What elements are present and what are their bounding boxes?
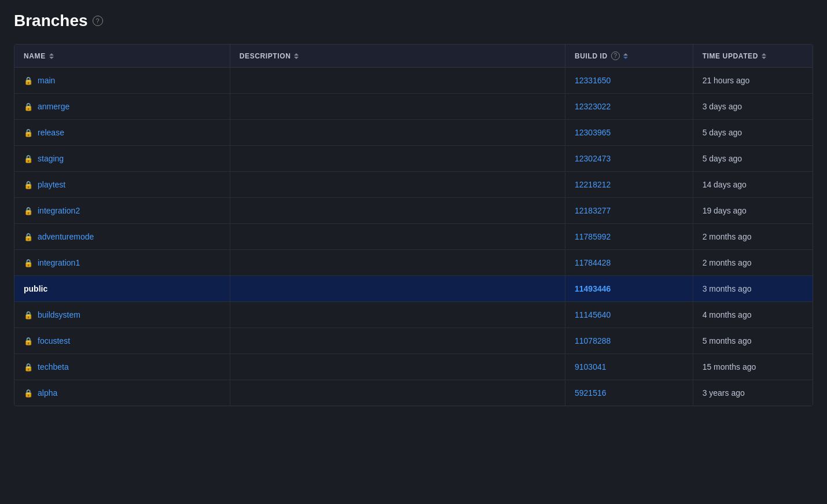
description-cell — [230, 120, 565, 146]
description-cell — [230, 302, 565, 328]
description-cell — [230, 380, 565, 406]
sort-icon-description — [294, 53, 299, 59]
build-id-cell: 5921516 — [565, 380, 693, 406]
build-id-help-icon[interactable]: ? — [611, 51, 620, 60]
name-cell: 🔒 main — [14, 68, 230, 94]
description-cell — [230, 276, 565, 302]
branch-name-link[interactable]: integration2 — [38, 206, 80, 215]
branch-name-link[interactable]: alpha — [38, 388, 57, 398]
page-title: Branches — [14, 12, 88, 30]
table-row: 🔒 anmerge 12323022 3 days ago — [14, 94, 813, 120]
lock-icon: 🔒 — [24, 363, 33, 371]
description-cell — [230, 94, 565, 120]
build-id-link[interactable]: 5921516 — [575, 388, 607, 398]
time-updated-cell: 5 days ago — [693, 120, 813, 146]
table-row: 🔒 release 12303965 5 days ago — [14, 120, 813, 146]
branch-name-link[interactable]: buildsystem — [38, 310, 80, 319]
time-updated-cell: 19 days ago — [693, 198, 813, 224]
lock-icon: 🔒 — [24, 154, 33, 163]
lock-icon: 🔒 — [24, 207, 33, 215]
lock-icon: 🔒 — [24, 233, 33, 241]
time-updated-cell: 15 months ago — [693, 354, 813, 380]
build-id-link[interactable]: 11493446 — [575, 284, 611, 293]
build-id-cell: 9103041 — [565, 354, 693, 380]
table-row: 🔒 buildsystem 11145640 4 months ago — [14, 302, 813, 328]
table-body: 🔒 main 12331650 21 hours ago 🔒 anmerge 1… — [14, 68, 813, 406]
col-header-name[interactable]: NAME — [14, 45, 230, 68]
branch-name-link[interactable]: release — [38, 128, 64, 137]
table-header-row: NAME DESCRIPTION — [14, 45, 813, 68]
branches-table: NAME DESCRIPTION — [14, 45, 813, 406]
table-row: 🔒 adventuremode 11785992 2 months ago — [14, 224, 813, 250]
build-id-link[interactable]: 12218212 — [575, 180, 611, 189]
lock-icon: 🔒 — [24, 76, 33, 85]
col-header-time-updated[interactable]: TIME UPDATED — [693, 45, 813, 68]
sort-icon-build-id — [623, 53, 628, 59]
table-row: 🔒 staging 12302473 5 days ago — [14, 146, 813, 172]
build-id-link[interactable]: 12331650 — [575, 76, 611, 85]
build-id-link[interactable]: 12303965 — [575, 128, 611, 137]
branch-name-link[interactable]: main — [38, 76, 55, 85]
description-cell — [230, 328, 565, 354]
description-cell — [230, 224, 565, 250]
table-row: 🔒 alpha 5921516 3 years ago — [14, 380, 813, 406]
table-row: 🔒 integration2 12183277 19 days ago — [14, 198, 813, 224]
branch-name-link[interactable]: staging — [38, 154, 64, 163]
description-cell — [230, 146, 565, 172]
name-cell: 🔒 playtest — [14, 172, 230, 198]
table-row: 🔒 focustest 11078288 5 months ago — [14, 328, 813, 354]
time-updated-cell: 3 months ago — [693, 276, 813, 302]
build-id-link[interactable]: 12323022 — [575, 102, 611, 111]
lock-icon: 🔒 — [24, 259, 33, 267]
table-row: 🔒 main 12331650 21 hours ago — [14, 68, 813, 94]
build-id-cell: 12303965 — [565, 120, 693, 146]
build-id-link[interactable]: 12183277 — [575, 206, 611, 215]
build-id-link[interactable]: 11785992 — [575, 232, 611, 241]
lock-icon: 🔒 — [24, 102, 33, 111]
time-updated-cell: 2 months ago — [693, 250, 813, 276]
lock-icon: 🔒 — [24, 181, 33, 189]
name-cell: 🔒 staging — [14, 146, 230, 172]
table-row: 🔒 techbeta 9103041 15 months ago — [14, 354, 813, 380]
col-header-build-id[interactable]: BUILD ID ? — [565, 45, 693, 68]
build-id-cell: 12302473 — [565, 146, 693, 172]
branch-name-link[interactable]: integration1 — [38, 258, 80, 267]
branch-name-link[interactable]: playtest — [38, 180, 65, 189]
time-updated-cell: 14 days ago — [693, 172, 813, 198]
build-id-cell: 12218212 — [565, 172, 693, 198]
name-cell: 🔒 adventuremode — [14, 224, 230, 250]
branch-name-link[interactable]: anmerge — [38, 102, 69, 111]
lock-icon: 🔒 — [24, 128, 33, 137]
table-row: public 11493446 3 months ago — [14, 276, 813, 302]
col-header-description[interactable]: DESCRIPTION — [230, 45, 565, 68]
time-updated-cell: 4 months ago — [693, 302, 813, 328]
lock-icon: 🔒 — [24, 311, 33, 319]
time-updated-cell: 5 days ago — [693, 146, 813, 172]
build-id-link[interactable]: 12302473 — [575, 154, 611, 163]
page-header: Branches ? — [14, 12, 813, 30]
description-cell — [230, 354, 565, 380]
branch-name-link[interactable]: focustest — [38, 336, 70, 345]
build-id-link[interactable]: 11078288 — [575, 336, 611, 345]
build-id-link[interactable]: 11784428 — [575, 258, 611, 267]
branch-name-link[interactable]: techbeta — [38, 362, 69, 371]
description-cell — [230, 198, 565, 224]
sort-icon-time-updated — [762, 53, 766, 59]
name-cell: 🔒 buildsystem — [14, 302, 230, 328]
name-cell: 🔒 integration2 — [14, 198, 230, 224]
help-icon[interactable]: ? — [93, 16, 103, 26]
build-id-cell: 11078288 — [565, 328, 693, 354]
table-row: 🔒 playtest 12218212 14 days ago — [14, 172, 813, 198]
build-id-link[interactable]: 11145640 — [575, 310, 611, 319]
branch-name-link[interactable]: public — [24, 284, 47, 293]
lock-icon: 🔒 — [24, 389, 33, 398]
build-id-cell: 11493446 — [565, 276, 693, 302]
build-id-cell: 11784428 — [565, 250, 693, 276]
build-id-cell: 12331650 — [565, 68, 693, 94]
time-updated-cell: 21 hours ago — [693, 68, 813, 94]
lock-icon: 🔒 — [24, 337, 33, 345]
name-cell: 🔒 integration1 — [14, 250, 230, 276]
branch-name-link[interactable]: adventuremode — [38, 232, 94, 241]
build-id-link[interactable]: 9103041 — [575, 362, 607, 371]
build-id-cell: 12323022 — [565, 94, 693, 120]
